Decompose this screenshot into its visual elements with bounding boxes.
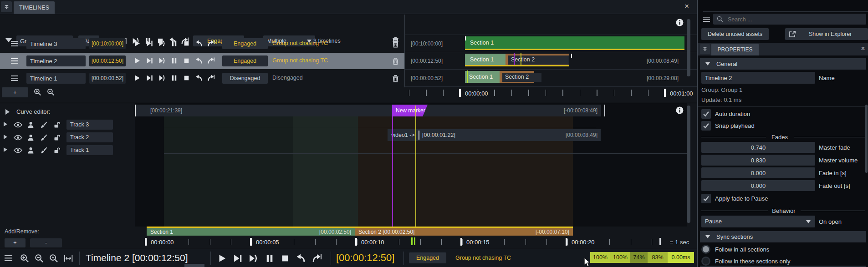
section-add-button[interactable]: + [5,238,26,247]
skip-end-button[interactable] [146,57,153,64]
play-section-button[interactable] [158,57,165,64]
engage-button[interactable]: Engaged [222,38,268,49]
jump-back-button[interactable] [195,57,202,64]
on-open-dropdown[interactable]: Pause [701,216,815,227]
mini-ruler-ticks[interactable] [409,90,687,96]
paint-brush-icon[interactable] [40,121,47,128]
show-in-explorer-button[interactable]: Show in Explorer [785,28,868,40]
follow-all-radio[interactable] [701,245,710,254]
jump-back-button[interactable] [195,40,202,47]
curve-range-bar[interactable]: [00:00:21:39] [-00:00:08:49] [135,105,601,116]
pause-button[interactable] [171,57,178,64]
pause-button[interactable] [171,75,178,81]
section-remove-button[interactable]: - [30,238,62,247]
timeline-row-1[interactable]: [00:00:00:52] Disengaged Disengaged [0,70,404,86]
lock-icon[interactable] [54,134,60,141]
right-panel-scrollbar[interactable] [865,105,868,173]
pause-button[interactable] [265,254,274,263]
solo-person-icon[interactable] [27,134,34,141]
stop-button[interactable] [281,254,290,263]
drag-handle-icon[interactable] [11,58,18,64]
properties-collapse-button[interactable] [700,44,710,54]
master-fade-input[interactable]: 0.740 [701,142,815,153]
zoom-out-icon[interactable] [47,88,55,96]
engage-button[interactable]: Engaged [409,252,446,263]
timeline-name-input[interactable] [26,38,86,49]
play-button[interactable] [134,57,141,64]
play-section-button[interactable] [158,75,165,81]
jump-back-button[interactable] [296,254,305,263]
properties-close-button[interactable]: × [859,45,867,53]
tab-timelines[interactable]: TIMELINES [14,1,55,14]
playhead-line-vertical[interactable] [415,106,416,236]
track-expand-caret[interactable] [4,147,7,152]
drag-handle-icon[interactable] [11,40,18,47]
new-marker-flag[interactable]: New marker [392,105,428,116]
play-button[interactable] [134,40,141,47]
zoom-in-icon[interactable] [34,88,41,96]
add-timeline-plus-button[interactable]: + [2,87,28,97]
lock-icon[interactable] [54,147,60,154]
track-name-input[interactable] [66,120,113,130]
track-name-input[interactable] [66,132,113,142]
stop-button[interactable] [183,75,190,81]
timeline-row-2-selected[interactable]: [00:00:12:50] Engaged Group not chasing … [0,53,404,69]
zoom-in-icon[interactable] [20,254,29,263]
timeline-name-property-input[interactable] [701,72,815,84]
jump-forward-button[interactable] [208,40,214,47]
play-section-button[interactable] [158,40,165,47]
follow-these-radio[interactable] [701,257,710,266]
skip-end-button[interactable] [146,40,153,47]
paint-brush-icon[interactable] [40,147,47,154]
apply-fade-checkbox[interactable] [701,194,711,203]
clip-bar-video1[interactable]: video1 -> [00:00:01:22] [00:00:08:49] [388,129,601,141]
playhead-marker-green[interactable] [411,237,413,245]
trash-icon[interactable] [392,57,399,65]
playhead-marker-green[interactable] [414,237,415,245]
fade-in-input[interactable]: 0.000 [701,167,815,178]
track-expand-caret[interactable] [4,135,7,139]
track-name-input[interactable] [66,145,113,155]
engage-button[interactable]: Disengaged [222,73,268,84]
visibility-eye-icon[interactable] [14,122,22,128]
jump-forward-button[interactable] [208,57,214,64]
visibility-eye-icon[interactable] [14,147,22,153]
timeline-name-input[interactable] [26,73,86,84]
section-header-sync[interactable]: Sync sections [700,231,866,242]
jump-forward-button[interactable] [312,254,322,263]
search-input[interactable] [727,14,865,25]
track-row-2[interactable] [0,132,135,143]
timeline-row-3[interactable]: [00:10:00:00] Engaged Group not chasing … [0,35,404,52]
drag-handle-icon[interactable] [11,75,18,81]
visibility-eye-icon[interactable] [14,135,22,141]
info-icon[interactable] [676,19,684,26]
timeline-time-field[interactable]: [00:00:00:52] [89,73,126,84]
skip-end-button[interactable] [233,254,242,263]
snap-playhead-checkbox[interactable] [701,121,711,131]
play-button[interactable] [134,75,141,81]
track-expand-caret[interactable] [4,122,7,126]
stop-button[interactable] [183,57,190,64]
timelines-close-button[interactable]: × [682,2,691,11]
panel-collapse-button[interactable] [1,1,12,12]
track-row-1[interactable] [0,145,135,156]
zoom-out-icon[interactable] [35,254,44,263]
curve-scrollbar[interactable] [687,106,690,223]
solo-person-icon[interactable] [27,121,34,128]
jump-forward-button[interactable] [208,75,214,81]
pause-button[interactable] [171,40,178,47]
mini-timeline-1[interactable]: Section 1 Section 2 [465,71,541,83]
delete-unused-assets-button[interactable]: Delete unused assets [701,28,769,40]
timeline-time-field[interactable]: [00:00:12:50] [89,55,126,66]
tab-properties[interactable]: PROPERTIES [711,44,759,55]
menu-burger-icon[interactable] [5,255,12,262]
lock-icon[interactable] [54,121,60,128]
section-bar-2[interactable]: Section 2 [00:00:02:50] [-00:00:07:10] [355,227,573,236]
fade-out-input[interactable]: 0.000 [701,180,815,191]
play-section-button[interactable] [249,254,258,263]
section-header-general[interactable]: General [700,58,866,70]
play-button[interactable] [218,254,227,263]
jump-back-button[interactable] [195,75,202,81]
trash-icon[interactable] [392,40,399,48]
auto-duration-checkbox[interactable] [701,109,711,119]
